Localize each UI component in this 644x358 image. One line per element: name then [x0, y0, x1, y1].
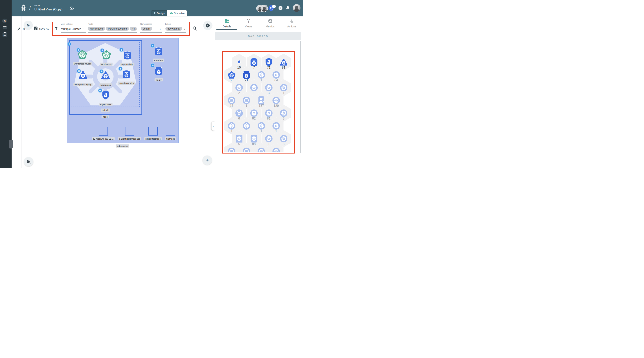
canvas-node-label: wordpress [99, 83, 112, 87]
zoom-in-button[interactable] [24, 157, 33, 166]
cylinder-icon [155, 47, 162, 56]
flower-icon: ❋ [27, 23, 30, 28]
settings-gear-icon[interactable] [278, 6, 283, 11]
canvas-node-label: c3-medium-x86-02… [92, 137, 115, 140]
label-chip[interactable]: dev=tutorial [166, 27, 182, 31]
labels-label: Labels [165, 23, 171, 25]
name-input[interactable]: Untitled View (Copy) [34, 8, 62, 11]
canvas-node[interactable]: ❋mysql-pv [155, 47, 162, 56]
visualize-label: Visualize [174, 12, 185, 15]
tab-metrics[interactable]: Metrics [260, 17, 281, 32]
node-corner-pinwheel-badge: ❋ [67, 42, 72, 46]
tab-design[interactable]: ❋ Design [151, 10, 167, 16]
gear-icon [206, 23, 210, 28]
circle-icon [258, 148, 265, 152]
namespace-label: default [101, 109, 110, 112]
canvas-node-label: wp-pv-claim [120, 63, 134, 66]
rail-expand-chevron[interactable]: › [0, 161, 10, 165]
circle-icon [272, 71, 280, 79]
organization-icon[interactable] [21, 4, 26, 13]
kind-chip[interactable]: Namespace [88, 27, 105, 31]
circle-icon [228, 122, 236, 130]
edit-pencil-icon[interactable] [17, 27, 21, 32]
canvas-node-label: patientfirstnode [144, 137, 162, 140]
panel-collapse-chevron[interactable]: › [212, 122, 215, 131]
empty-node-square[interactable] [98, 127, 108, 136]
circle-icon [258, 71, 265, 79]
cylinder-icon [124, 51, 131, 60]
tab-label: Details [223, 25, 231, 28]
canvas-node[interactable]: ❋wordpress-mysql [78, 50, 87, 59]
wasm-filter-icon[interactable]: WA [0, 33, 10, 37]
pinwheel-badge-icon: ❋ [150, 44, 155, 48]
kinds-caret[interactable]: ▼ [135, 28, 137, 30]
cylinder-icon [250, 58, 258, 67]
namespaces-caret[interactable]: ▼ [160, 28, 161, 30]
dashboard-title: DASHBOARD [248, 35, 268, 38]
tab-label: Views [245, 25, 252, 28]
plus-icon: + [206, 157, 208, 163]
user-avatar[interactable] [293, 4, 300, 12]
canvas-node[interactable]: ❋wordpress [102, 50, 111, 59]
eye-icon [170, 12, 173, 15]
sidebar-expand-chevron[interactable]: › [9, 140, 13, 149]
canvas-node[interactable]: ❋mysql-pv-claim [122, 70, 130, 79]
canvas-node[interactable]: ❋mysql-pass [102, 90, 110, 100]
labels-caret[interactable]: ▼ [184, 28, 186, 30]
cloud-saved-icon [69, 6, 74, 11]
circle-icon [280, 109, 288, 117]
canvas-node[interactable]: ❋wordpress-mysql [78, 71, 88, 79]
pinwheel-badge-icon: ❋ [98, 89, 102, 93]
archive-drawer-icon[interactable] [0, 25, 10, 30]
canvas-node[interactable]: ❋wp-pv-claim [124, 51, 131, 60]
canvas-node-label: mysql-pv-claim [118, 82, 135, 85]
save-as-icon[interactable] [34, 27, 38, 31]
collaborator-avatar[interactable] [260, 5, 268, 12]
scrollbar-thumb[interactable] [300, 41, 301, 153]
tab-visualize[interactable]: Visualize [167, 10, 187, 16]
view-selector-caret[interactable]: ▼ [82, 28, 84, 30]
dashed-square-icon: ❋ [239, 61, 240, 64]
canvas-node-label: wordpress-mysql [73, 62, 92, 65]
pinwheel-badge-icon: ❋ [150, 63, 155, 68]
y-tab-icon: Y [247, 19, 250, 23]
canvas-settings-button[interactable] [203, 21, 212, 30]
save-as-label[interactable]: Save As [39, 27, 49, 30]
resource-hex-grid: ❋107718156211642131171137129682813131158… [222, 51, 296, 152]
namespace-chip[interactable]: default [141, 27, 152, 31]
tool-rail [12, 17, 22, 168]
cylinder-icon [155, 67, 162, 76]
circle-icon [272, 148, 280, 152]
namespaces-chips: default [141, 27, 153, 31]
cluster-label: kubernetes [116, 144, 129, 148]
person-icon [258, 96, 264, 105]
active-tab-underline [216, 29, 237, 30]
empty-node-square[interactable] [148, 127, 158, 136]
kind-chip[interactable]: PersistentVolume [106, 27, 129, 31]
panel-scrollbar[interactable] [300, 40, 301, 168]
notifications-bell-icon[interactable] [286, 6, 290, 11]
zoom-in-icon [26, 160, 31, 164]
canvas-node-label: wordpress [100, 63, 112, 66]
view-selector-label: View Selector [61, 23, 73, 25]
tab-views[interactable]: YViews [238, 17, 260, 32]
mode-toggle: ❋ Design Visualize [151, 10, 187, 16]
pinwheel-badge-icon: ❋ [100, 48, 104, 53]
tab-actions[interactable]: Actions [281, 17, 302, 32]
cluster-flower-button[interactable]: ❋ [24, 21, 33, 30]
circle-icon [280, 135, 288, 143]
circle-icon [272, 122, 280, 130]
search-icon[interactable] [192, 26, 197, 32]
tab-label: Actions [287, 25, 296, 28]
app-window: / Name Untitled View (Copy) ❋ Design Vis… [0, 0, 302, 168]
empty-node-square[interactable] [166, 127, 175, 136]
canvas-node[interactable]: ❋wp-pv [155, 67, 162, 76]
circle-icon [235, 84, 243, 92]
add-node-button[interactable]: + [203, 156, 212, 165]
view-selector-value[interactable]: Multiple Cluster [61, 27, 81, 31]
circle-icon [228, 148, 236, 152]
daemon-icon [235, 109, 243, 117]
canvas-node[interactable]: ❋wordpress [101, 71, 110, 79]
kubernetes-pinwheel-icon[interactable]: ❋ [0, 19, 10, 23]
empty-node-square[interactable] [125, 127, 134, 136]
